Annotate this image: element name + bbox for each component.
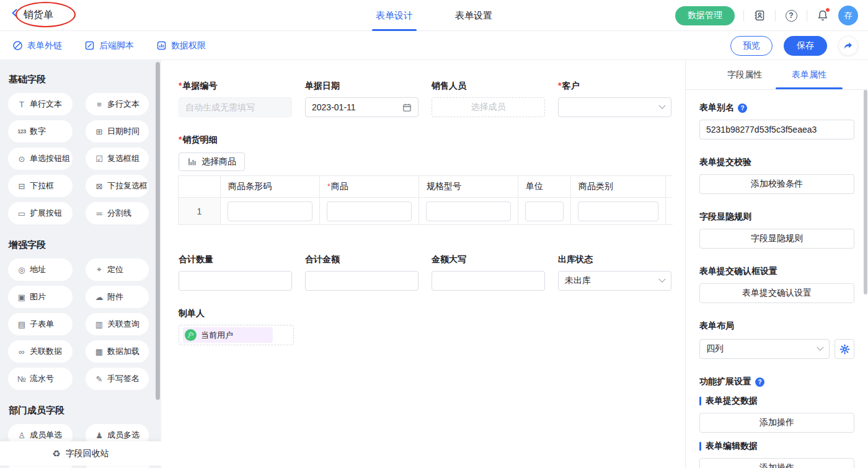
field-item-multi-line-text[interactable]: ≡多行文本 (86, 93, 149, 115)
col-category: 商品类别 (571, 176, 666, 198)
blue-accent-bar (699, 442, 701, 451)
field-salesperson[interactable]: 销售人员 选择成员 (432, 81, 545, 117)
total-amount-input[interactable] (305, 271, 418, 291)
field-recycle-bin-button[interactable]: ♻ 字段回收站 (0, 441, 161, 466)
category-input[interactable] (578, 201, 658, 221)
form-design-canvas[interactable]: 单据编号 单据日期 2023-01-11 销售人员 选择成员 客户 (161, 60, 685, 468)
notification-bell-icon[interactable] (816, 9, 830, 22)
backend-script-button[interactable]: 后端脚本 (84, 40, 134, 51)
data-permission-button[interactable]: 数据权限 (156, 40, 206, 51)
field-item-related-data[interactable]: ∞关联数据 (8, 340, 73, 363)
sidebar-scrollbar[interactable] (156, 62, 160, 400)
form-alias-input[interactable] (699, 120, 854, 139)
field-item-serial-number[interactable]: №流水号 (8, 368, 73, 390)
help-icon[interactable]: ? (738, 104, 747, 113)
help-icon[interactable]: ? (755, 377, 764, 387)
link-icon (12, 40, 23, 51)
stock-status-select[interactable]: 未出库 (558, 271, 671, 291)
field-creator[interactable]: 制单人 户 当前用户 (179, 308, 294, 345)
dropdown-icon: ⊟ (16, 182, 27, 191)
field-item-attachment[interactable]: ☁附件 (86, 286, 149, 308)
field-customer[interactable]: 客户 (558, 81, 671, 117)
field-item-related-query[interactable]: ▥关联查询 (86, 313, 149, 335)
creator-picker[interactable]: 户 当前用户 (179, 325, 294, 345)
customer-select[interactable] (558, 97, 671, 117)
edit-data-add-button[interactable]: 添加操作 (699, 458, 854, 468)
address-book-icon[interactable] (753, 9, 766, 22)
order-date-value: 2023-01-11 (312, 102, 356, 112)
field-visibility-button[interactable]: 字段显隐规则 (699, 229, 854, 249)
data-load-chart-icon: ▦ (94, 347, 105, 356)
unit-cell (518, 198, 571, 225)
field-item-address[interactable]: ◎地址 (8, 258, 73, 281)
unit-input[interactable] (525, 201, 564, 221)
amount-words-input[interactable] (432, 271, 545, 291)
layout-settings-button[interactable] (835, 339, 854, 359)
total-qty-input[interactable] (179, 271, 292, 291)
preview-button[interactable]: 预览 (730, 36, 773, 56)
field-item-multi-dropdown[interactable]: ⊠下拉复选框 (86, 175, 149, 197)
field-item-signature[interactable]: ✎手写签名 (86, 368, 149, 390)
chevron-down-icon (817, 344, 823, 351)
spec-input[interactable] (426, 201, 511, 221)
field-item-subform[interactable]: ▤子表单 (8, 313, 73, 335)
tab-form-design[interactable]: 表单设计 (376, 0, 413, 31)
data-manage-button[interactable]: 数据管理 (675, 6, 735, 25)
field-item-checkbox-group[interactable]: ☑复选框组 (86, 148, 149, 170)
tab-form-properties[interactable]: 表单属性 (792, 60, 826, 89)
share-button[interactable] (838, 36, 858, 56)
gear-icon (839, 344, 850, 355)
field-item-divider-line[interactable]: ═分割线 (86, 202, 149, 224)
product-input[interactable] (327, 201, 412, 221)
field-item-datetime[interactable]: ⊞日期时间 (86, 120, 149, 143)
select-goods-button[interactable]: 选择商品 (179, 152, 245, 171)
form-layout-row: 四列 (699, 339, 854, 359)
field-item-extend-button[interactable]: ▭扩展按钮 (8, 202, 73, 224)
field-item-radio-group[interactable]: ⊙单选按钮组 (8, 148, 73, 170)
order-date-input[interactable]: 2023-01-11 (305, 97, 418, 117)
back-button[interactable] (10, 8, 20, 18)
field-total-qty[interactable]: 合计数量 (179, 254, 292, 291)
field-item-location[interactable]: ⌖定位 (86, 258, 149, 281)
form-layout-heading: 表单布局 (699, 320, 854, 332)
field-item-dropdown[interactable]: ⊟下拉框 (8, 175, 73, 197)
recycle-bin-label: 字段回收站 (66, 448, 109, 459)
field-stock-status[interactable]: 出库状态 未出库 (558, 254, 671, 291)
salesperson-picker[interactable]: 选择成员 (432, 97, 545, 117)
add-validation-button[interactable]: 添加校验条件 (699, 174, 854, 194)
submit-confirm-button[interactable]: 表单提交确认设置 (699, 283, 854, 303)
header-tabs: 表单设计 表单设置 (376, 0, 492, 31)
field-item-image[interactable]: ▣图片 (8, 286, 73, 308)
locate-icon: ⌖ (94, 265, 105, 275)
barcode-input[interactable] (228, 201, 312, 221)
layout-select[interactable]: 四列 (699, 339, 830, 359)
field-order-no[interactable]: 单据编号 (179, 81, 292, 117)
tab-form-settings-label: 表单设置 (455, 10, 492, 22)
help-icon[interactable]: ? (784, 9, 798, 22)
tab-form-settings[interactable]: 表单设置 (455, 0, 492, 31)
cutoff-cell (666, 198, 673, 225)
salesperson-label: 销售人员 (432, 81, 545, 92)
panel-scrollbar[interactable] (864, 90, 867, 294)
col-unit: 单位 (518, 176, 571, 198)
divider (775, 10, 776, 21)
divider (743, 10, 744, 21)
field-total-amount[interactable]: 合计金额 (305, 254, 418, 291)
tab-field-properties[interactable]: 字段属性 (727, 60, 762, 89)
share-arrow-icon (843, 41, 853, 51)
col-cutoff (666, 176, 673, 198)
external-link-button[interactable]: 表单外链 (12, 40, 62, 51)
field-item-single-line-text[interactable]: T单行文本 (8, 93, 73, 115)
notification-dot (825, 7, 830, 12)
field-item-number[interactable]: 123数字 (8, 120, 73, 143)
field-amount-words[interactable]: 金额大写 (432, 254, 545, 291)
divider-line-icon: ═ (94, 209, 105, 218)
save-button[interactable]: 保存 (784, 36, 827, 56)
field-order-date[interactable]: 单据日期 2023-01-11 (305, 81, 418, 117)
submit-data-add-button[interactable]: 添加操作 (699, 413, 854, 433)
field-sales-detail[interactable]: 销货明细 选择商品 (179, 135, 245, 171)
field-item-data-load[interactable]: ▦数据加载 (86, 340, 149, 363)
user-avatar[interactable]: 存 (838, 6, 858, 25)
order-no-input[interactable] (179, 97, 292, 117)
salesperson-placeholder: 选择成员 (471, 102, 506, 113)
